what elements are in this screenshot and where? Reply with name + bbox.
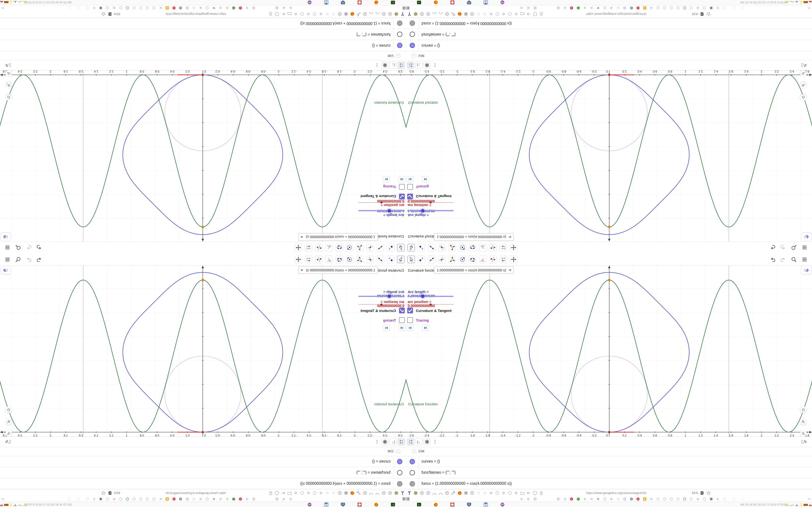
ghost-icon[interactable] [325,491,329,495]
firefox-icon[interactable] [457,491,462,495]
algebra-row[interactable]: funcNames = {"", ""} [406,29,812,40]
algebra-row[interactable]: curves = {} [0,456,406,467]
bookmark-favicon[interactable]: f [92,497,96,501]
tool-line-icon[interactable] [428,256,436,263]
bookmark-favicon[interactable]: G [289,497,292,501]
bookmark-star-icon[interactable] [706,12,711,16]
firefox-icon[interactable] [457,12,462,16]
tool-slider-icon[interactable]: a=2 [305,244,312,251]
bookmark-favicon[interactable] [152,497,156,501]
arc-position-slider[interactable] [358,201,405,204]
gear-icon[interactable] [382,62,389,69]
algebra-expression[interactable]: funcNames = {"", ""} [421,32,456,37]
globe-icon[interactable] [445,491,450,495]
folder-icon[interactable] [520,491,525,495]
algebra-expression[interactable]: funcNames = {"", ""} [421,470,456,475]
visibility-marble[interactable] [397,470,402,475]
floppy-64-icon[interactable]: 64 [483,502,488,507]
ring-icon[interactable] [312,491,317,495]
url-text[interactable]: https://www.geogebra.org/classic/aagcxh3… [140,491,251,495]
bookmark-favicon[interactable]: G [192,6,196,10]
redo-button[interactable] [26,244,33,250]
bookmark-favicon[interactable]: G [609,6,613,10]
wrench-icon[interactable] [356,12,361,16]
graphics-stylebar-toggle-icon[interactable] [0,233,11,241]
bookmark-favicon[interactable]: 9 [570,6,573,10]
objects-stylebar-icon[interactable] [3,439,13,445]
algebra-expression[interactable]: funcNames = {"", ""} [356,32,391,37]
bookmark-favicon[interactable] [709,6,713,10]
tool-move-select-icon[interactable] [407,256,415,263]
bookmark-favicon[interactable]: 9 [570,497,573,501]
home-icon[interactable] [5,94,12,101]
ghost-icon[interactable] [476,491,481,495]
small-dot-icon[interactable] [489,12,494,16]
bookmark-favicon[interactable]: G [225,497,229,501]
tool-angle-icon[interactable]: α [479,256,487,263]
reader-view-icon[interactable]: A [108,12,112,16]
algebra-row[interactable]: curves = {} [406,456,812,467]
tool-circle-center-point-icon[interactable] [346,244,353,251]
wrench-icon[interactable] [356,491,361,495]
gear-gray-icon[interactable] [463,12,468,16]
home-icon[interactable] [800,94,807,101]
algebra-expression[interactable]: funcNames = {"", ""} [356,470,391,475]
bookmark-favicon[interactable] [99,6,103,10]
bookmark-favicon[interactable] [165,497,169,501]
arc-position-slider-knob[interactable] [429,303,432,306]
tool-polygon-icon[interactable] [356,256,363,263]
bookmark-favicon[interactable] [676,497,680,501]
bookmark-favicon[interactable]: G [583,6,587,10]
search-icon[interactable] [791,244,797,250]
bookmark-favicon[interactable] [732,497,735,501]
arc-length-slider-knob[interactable] [421,209,424,213]
tool-move-graphics-view-icon[interactable] [295,256,302,263]
bookmark-favicon[interactable] [185,6,189,10]
bookmark-favicon[interactable]: G [590,6,594,10]
tool-slider-icon[interactable]: a=2 [305,256,312,263]
ghost-icon[interactable] [331,12,336,16]
arc-length-slider[interactable] [358,294,405,298]
bookmark-favicon[interactable] [556,6,560,10]
lock-icon[interactable] [268,12,273,16]
bookmark-favicon[interactable] [119,6,123,10]
curvature-tangent-checkbox[interactable] [399,193,405,200]
bookmark-favicon[interactable] [676,6,680,10]
algebra-expression[interactable]: curves = {} [372,44,391,48]
bookmarks-overflow-chevron-icon[interactable] [807,6,811,10]
bookmark-favicon[interactable]: W [596,497,600,501]
visibility-marble[interactable] [410,470,415,475]
shield-icon[interactable] [532,12,538,16]
tool-angle-icon[interactable]: α [325,256,333,263]
arc-length-slider-track[interactable] [407,210,454,211]
visibility-marble[interactable] [397,459,402,464]
zoom-in-icon[interactable] [5,418,12,425]
bookmark-favicon[interactable] [232,6,236,10]
globe-icon[interactable] [362,12,367,16]
zoom-out-icon[interactable] [800,70,807,77]
menu-icon[interactable] [4,257,11,263]
visibility-marble[interactable] [410,43,415,48]
tracing-checkbox[interactable] [407,317,413,323]
zoom-out-icon[interactable] [800,430,807,437]
tool-move-select-icon[interactable] [397,256,405,263]
bookmark-favicon[interactable]: G [520,497,523,501]
skip-to-start-button[interactable] [406,176,414,182]
tool-line-icon[interactable] [376,244,384,251]
arc-icon[interactable] [439,491,443,495]
redo-button[interactable] [26,257,33,263]
ring-icon[interactable] [300,12,305,16]
algebra-expression[interactable]: curves = {} [372,459,391,463]
bookmark-favicon[interactable]: W [596,6,600,10]
browser-zoom-level[interactable]: 81% [114,491,120,495]
dependency-tree-icon[interactable] [398,62,405,69]
arc-length-slider[interactable] [407,209,454,213]
arc-icon[interactable] [375,491,380,495]
collapse-dropdown[interactable]: – [412,54,416,58]
visibility-marble[interactable] [410,20,415,26]
bookmark-favicon[interactable] [533,497,537,501]
bookmark-favicon[interactable] [643,497,647,501]
bookmark-favicon[interactable] [139,497,143,501]
menu-icon[interactable] [801,244,808,250]
zoom-in-icon[interactable] [5,82,12,89]
